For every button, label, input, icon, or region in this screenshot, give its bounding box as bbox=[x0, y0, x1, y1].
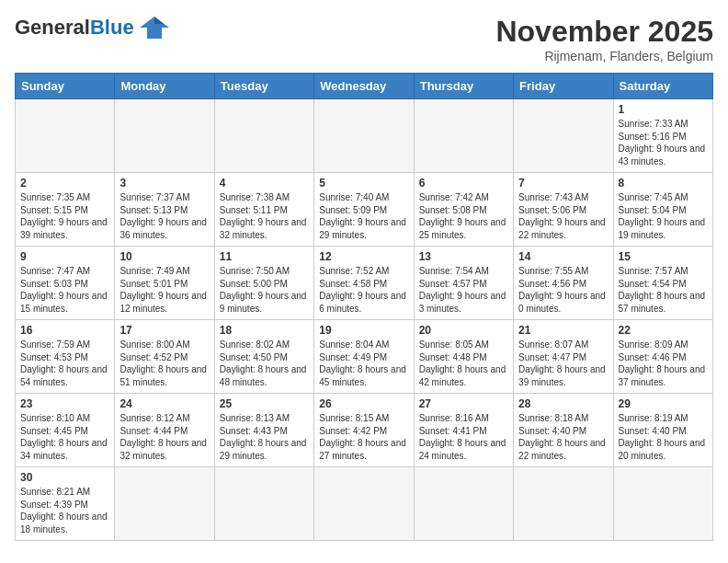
day-number: 16 bbox=[20, 324, 109, 337]
day-number: 27 bbox=[419, 397, 508, 410]
day-cell bbox=[414, 99, 513, 173]
day-number: 23 bbox=[20, 397, 109, 410]
day-cell: 7Sunrise: 7:43 AM Sunset: 5:06 PM Daylig… bbox=[514, 173, 613, 247]
day-info: Sunrise: 7:38 AM Sunset: 5:11 PM Dayligh… bbox=[220, 191, 309, 241]
day-number: 15 bbox=[619, 250, 708, 263]
week-row-3: 16Sunrise: 7:59 AM Sunset: 4:53 PM Dayli… bbox=[16, 320, 713, 394]
header-sunday: Sunday bbox=[16, 74, 115, 99]
day-info: Sunrise: 7:55 AM Sunset: 4:56 PM Dayligh… bbox=[518, 265, 608, 315]
day-info: Sunrise: 8:16 AM Sunset: 4:41 PM Dayligh… bbox=[419, 412, 508, 462]
day-cell: 19Sunrise: 8:04 AM Sunset: 4:49 PM Dayli… bbox=[314, 320, 414, 394]
day-cell: 3Sunrise: 7:37 AM Sunset: 5:13 PM Daylig… bbox=[115, 173, 214, 247]
header: General Blue November 2025 Rijmenam, Fla… bbox=[15, 15, 713, 63]
day-number: 10 bbox=[119, 250, 209, 263]
day-cell bbox=[214, 99, 313, 173]
day-cell: 21Sunrise: 8:07 AM Sunset: 4:47 PM Dayli… bbox=[514, 320, 613, 394]
day-number: 20 bbox=[419, 324, 508, 337]
day-number: 12 bbox=[319, 250, 408, 263]
day-info: Sunrise: 8:10 AM Sunset: 4:45 PM Dayligh… bbox=[20, 412, 109, 462]
day-info: Sunrise: 8:12 AM Sunset: 4:44 PM Dayligh… bbox=[119, 412, 209, 462]
day-info: Sunrise: 7:52 AM Sunset: 4:58 PM Dayligh… bbox=[319, 265, 408, 315]
day-number: 4 bbox=[220, 177, 309, 190]
day-cell: 23Sunrise: 8:10 AM Sunset: 4:45 PM Dayli… bbox=[16, 394, 115, 467]
day-number: 29 bbox=[619, 397, 708, 410]
logo-blue: Blue bbox=[90, 16, 134, 40]
day-number: 17 bbox=[119, 324, 209, 337]
header-thursday: Thursday bbox=[414, 74, 513, 99]
day-cell: 10Sunrise: 7:49 AM Sunset: 5:01 PM Dayli… bbox=[115, 247, 214, 320]
day-cell bbox=[214, 467, 313, 541]
day-cell: 28Sunrise: 8:18 AM Sunset: 4:40 PM Dayli… bbox=[514, 394, 613, 467]
day-info: Sunrise: 8:18 AM Sunset: 4:40 PM Dayligh… bbox=[518, 412, 608, 462]
day-number: 14 bbox=[518, 250, 608, 263]
calendar-body: 1Sunrise: 7:33 AM Sunset: 5:16 PM Daylig… bbox=[16, 99, 713, 541]
day-info: Sunrise: 7:54 AM Sunset: 4:57 PM Dayligh… bbox=[419, 265, 508, 315]
day-info: Sunrise: 7:42 AM Sunset: 5:08 PM Dayligh… bbox=[419, 191, 508, 241]
day-number: 19 bbox=[319, 324, 408, 337]
day-number: 6 bbox=[419, 177, 508, 190]
header-row: SundayMondayTuesdayWednesdayThursdayFrid… bbox=[16, 74, 713, 99]
day-cell: 26Sunrise: 8:15 AM Sunset: 4:42 PM Dayli… bbox=[314, 394, 414, 467]
day-cell bbox=[115, 467, 214, 541]
day-cell: 14Sunrise: 7:55 AM Sunset: 4:56 PM Dayli… bbox=[514, 247, 613, 320]
day-info: Sunrise: 7:37 AM Sunset: 5:13 PM Dayligh… bbox=[119, 191, 209, 241]
day-number: 8 bbox=[619, 177, 708, 190]
day-number: 22 bbox=[619, 324, 708, 337]
logo-area: General Blue bbox=[15, 15, 171, 40]
day-info: Sunrise: 8:00 AM Sunset: 4:52 PM Dayligh… bbox=[119, 339, 209, 388]
header-friday: Friday bbox=[514, 74, 613, 99]
day-cell: 5Sunrise: 7:40 AM Sunset: 5:09 PM Daylig… bbox=[314, 173, 414, 247]
day-cell: 18Sunrise: 8:02 AM Sunset: 4:50 PM Dayli… bbox=[214, 320, 313, 394]
day-info: Sunrise: 8:02 AM Sunset: 4:50 PM Dayligh… bbox=[220, 339, 309, 388]
day-info: Sunrise: 8:15 AM Sunset: 4:42 PM Dayligh… bbox=[319, 412, 408, 462]
day-cell: 2Sunrise: 7:35 AM Sunset: 5:15 PM Daylig… bbox=[16, 173, 115, 247]
day-cell bbox=[314, 467, 414, 541]
day-cell: 9Sunrise: 7:47 AM Sunset: 5:03 PM Daylig… bbox=[16, 247, 115, 320]
day-info: Sunrise: 8:04 AM Sunset: 4:49 PM Dayligh… bbox=[319, 339, 408, 388]
day-number: 24 bbox=[119, 397, 209, 410]
logo-general: General bbox=[15, 16, 90, 40]
day-info: Sunrise: 7:43 AM Sunset: 5:06 PM Dayligh… bbox=[518, 191, 608, 241]
day-cell: 29Sunrise: 8:19 AM Sunset: 4:40 PM Dayli… bbox=[613, 394, 712, 467]
logo-icon bbox=[138, 15, 171, 40]
day-cell bbox=[16, 99, 115, 173]
day-cell: 12Sunrise: 7:52 AM Sunset: 4:58 PM Dayli… bbox=[314, 247, 414, 320]
day-info: Sunrise: 8:05 AM Sunset: 4:48 PM Dayligh… bbox=[419, 339, 508, 388]
subtitle: Rijmenam, Flanders, Belgium bbox=[495, 49, 713, 63]
week-row-5: 30Sunrise: 8:21 AM Sunset: 4:39 PM Dayli… bbox=[16, 467, 713, 541]
day-number: 7 bbox=[518, 177, 608, 190]
title-area: November 2025 Rijmenam, Flanders, Belgiu… bbox=[495, 15, 713, 63]
day-info: Sunrise: 7:59 AM Sunset: 4:53 PM Dayligh… bbox=[20, 339, 109, 388]
day-cell: 16Sunrise: 7:59 AM Sunset: 4:53 PM Dayli… bbox=[16, 320, 115, 394]
day-cell bbox=[414, 467, 513, 541]
calendar-header: SundayMondayTuesdayWednesdayThursdayFrid… bbox=[16, 74, 713, 99]
day-info: Sunrise: 8:21 AM Sunset: 4:39 PM Dayligh… bbox=[20, 486, 109, 535]
day-cell: 15Sunrise: 7:57 AM Sunset: 4:54 PM Dayli… bbox=[613, 247, 712, 320]
day-number: 2 bbox=[20, 177, 109, 190]
day-cell: 20Sunrise: 8:05 AM Sunset: 4:48 PM Dayli… bbox=[414, 320, 513, 394]
day-cell: 1Sunrise: 7:33 AM Sunset: 5:16 PM Daylig… bbox=[613, 99, 712, 173]
day-cell: 17Sunrise: 8:00 AM Sunset: 4:52 PM Dayli… bbox=[115, 320, 214, 394]
day-cell bbox=[514, 467, 613, 541]
day-cell: 11Sunrise: 7:50 AM Sunset: 5:00 PM Dayli… bbox=[214, 247, 313, 320]
header-monday: Monday bbox=[115, 74, 214, 99]
day-number: 30 bbox=[20, 471, 109, 484]
day-info: Sunrise: 7:33 AM Sunset: 5:16 PM Dayligh… bbox=[619, 118, 708, 167]
day-cell bbox=[314, 99, 414, 173]
day-info: Sunrise: 7:49 AM Sunset: 5:01 PM Dayligh… bbox=[119, 265, 209, 315]
day-number: 3 bbox=[119, 177, 209, 190]
day-cell bbox=[613, 467, 712, 541]
day-number: 5 bbox=[319, 177, 408, 190]
day-number: 9 bbox=[20, 250, 109, 263]
day-info: Sunrise: 8:09 AM Sunset: 4:46 PM Dayligh… bbox=[619, 339, 708, 388]
day-cell: 6Sunrise: 7:42 AM Sunset: 5:08 PM Daylig… bbox=[414, 173, 513, 247]
day-number: 28 bbox=[518, 397, 608, 410]
week-row-4: 23Sunrise: 8:10 AM Sunset: 4:45 PM Dayli… bbox=[16, 394, 713, 467]
day-info: Sunrise: 8:07 AM Sunset: 4:47 PM Dayligh… bbox=[518, 339, 608, 388]
day-info: Sunrise: 7:57 AM Sunset: 4:54 PM Dayligh… bbox=[619, 265, 708, 315]
week-row-0: 1Sunrise: 7:33 AM Sunset: 5:16 PM Daylig… bbox=[16, 99, 713, 173]
day-number: 18 bbox=[220, 324, 309, 337]
day-number: 21 bbox=[518, 324, 608, 337]
day-cell: 24Sunrise: 8:12 AM Sunset: 4:44 PM Dayli… bbox=[115, 394, 214, 467]
header-tuesday: Tuesday bbox=[214, 74, 313, 99]
